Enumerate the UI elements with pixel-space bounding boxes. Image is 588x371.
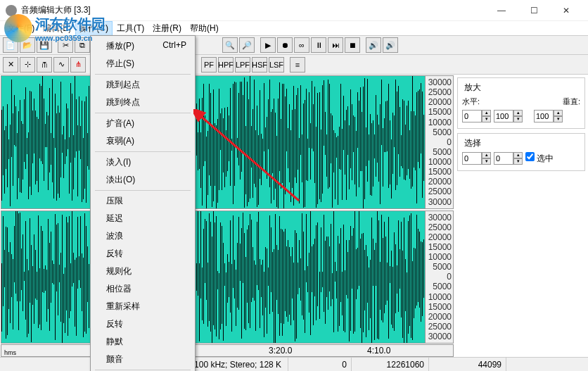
select-group: 选择 ▴▾ ▴▾ 选中 xyxy=(457,133,585,171)
spin-down[interactable]: ▾ xyxy=(554,116,563,122)
fx1-button[interactable]: ✕ xyxy=(3,57,18,73)
menu-normalize[interactable]: 规则化 xyxy=(92,263,193,280)
eq-button[interactable]: ≡ xyxy=(290,57,305,73)
time-ruler[interactable]: hms 2:30.0 3:20.0 4:10.0 xyxy=(1,344,454,357)
menu-help[interactable]: 帮助(H) xyxy=(186,21,223,36)
menu-delay[interactable]: 延迟 xyxy=(92,210,193,227)
amplitude-scale-left: 3000025000200001500010000500005000100001… xyxy=(425,76,453,208)
status-pos-c: 44099 xyxy=(429,358,506,371)
menu-fade-in[interactable]: 淡入(I) xyxy=(92,153,193,171)
new-button[interactable]: 📄 xyxy=(3,37,18,53)
spin-down[interactable]: ▾ xyxy=(513,116,523,122)
menu-silence[interactable]: 静默 xyxy=(92,333,193,351)
open-button[interactable]: 📂 xyxy=(20,37,35,53)
menu-file[interactable]: 文件(F) xyxy=(3,21,39,36)
copy-button[interactable]: ⧉ xyxy=(75,37,90,53)
menu-phaser[interactable]: 相位器 xyxy=(92,280,193,298)
spin-down[interactable]: ▾ xyxy=(482,158,491,165)
menu-invert[interactable]: 反转 xyxy=(92,245,193,263)
select-end-input[interactable] xyxy=(494,152,513,165)
spin-down[interactable]: ▾ xyxy=(513,158,523,165)
menu-vibrato[interactable]: 颤音 xyxy=(92,351,193,368)
menu-play[interactable]: 播放(P)Ctrl+P xyxy=(92,37,193,55)
time-tick: 4:10.0 xyxy=(367,346,390,356)
spin-up[interactable]: ▴ xyxy=(482,152,491,158)
vert-label: 垂直: xyxy=(563,96,580,107)
fx2-button[interactable]: ⊹ xyxy=(20,57,35,73)
toolbar-effects: ✕ ⊹ ⫚ ∿ ⋔ PF HPF LPF HSF LSF ≡ xyxy=(0,55,588,75)
spin-up[interactable]: ▴ xyxy=(513,110,523,116)
menu-limit[interactable]: 压限 xyxy=(92,192,193,210)
maximize-button[interactable]: ☐ xyxy=(518,0,550,21)
spin-up[interactable]: ▴ xyxy=(513,152,523,158)
menu-tool[interactable]: 工具(T) xyxy=(113,21,148,36)
status-pos-a: 0 xyxy=(288,358,352,371)
play-button[interactable]: ▶ xyxy=(260,37,276,53)
select-start-input[interactable] xyxy=(462,152,482,165)
menubar: 文件(F) 编辑(E) 操作(C) 工具(T) 注册(R) 帮助(H) xyxy=(0,21,588,35)
vert-input[interactable] xyxy=(534,110,554,122)
operate-dropdown: 播放(P)Ctrl+P 停止(S) 跳到起点 跳到终点 扩音(A) 衰弱(A) … xyxy=(90,35,196,371)
record-button[interactable]: ⏺ xyxy=(277,37,293,53)
menu-stop[interactable]: 停止(S) xyxy=(92,55,193,73)
waveform-right-channel[interactable]: 3000025000200001500010000500005000100001… xyxy=(1,210,454,344)
select-checkbox[interactable] xyxy=(525,152,535,161)
zoom-group: 放大 水平: 垂直: ▴▾ ▴▾ ▴▾ xyxy=(457,77,585,129)
filter-hsf[interactable]: HSF xyxy=(252,57,267,73)
horiz-end-input[interactable] xyxy=(494,110,513,122)
select-title: 选择 xyxy=(462,137,483,149)
filter-pf[interactable]: PF xyxy=(201,57,217,73)
fx3-button[interactable]: ⫚ xyxy=(37,57,52,73)
app-icon xyxy=(6,5,17,16)
waveform-area: smpl 30000250002000015000100005000050001… xyxy=(0,75,454,357)
menu-resample[interactable]: 重新采样 xyxy=(92,298,193,315)
status-pos-b: 12261060 xyxy=(352,358,429,371)
statusbar: layer-3; 44,100 kHz; Stereo; 128 K 0 122… xyxy=(0,357,588,371)
menu-register[interactable]: 注册(R) xyxy=(148,21,186,36)
horiz-start-input[interactable] xyxy=(462,110,482,122)
pause-button[interactable]: ⏸ xyxy=(311,37,326,53)
select-chk-label: 选中 xyxy=(537,153,554,163)
menu-fade-out[interactable]: 淡出(O) xyxy=(92,171,193,189)
loop-button[interactable]: ∞ xyxy=(294,37,309,53)
cut-button[interactable]: ✂ xyxy=(58,37,73,53)
spin-down[interactable]: ▾ xyxy=(482,116,491,122)
close-button[interactable]: ✕ xyxy=(550,0,582,21)
fx4-button[interactable]: ∿ xyxy=(53,57,69,73)
amplitude-scale-right: 3000025000200001500010000500005000100001… xyxy=(425,211,453,344)
time-tick: 3:20.0 xyxy=(269,346,292,356)
window-title: 音频编辑大师 [3.3] xyxy=(21,4,485,16)
menu-jump-start[interactable]: 跳到起点 xyxy=(92,76,193,94)
step-button[interactable]: ⏭ xyxy=(328,37,343,53)
filter-lpf[interactable]: LPF xyxy=(235,57,250,73)
titlebar: 音频编辑大师 [3.3] — ☐ ✕ xyxy=(0,0,588,21)
side-panel: 放大 水平: 垂直: ▴▾ ▴▾ ▴▾ 选择 ▴▾ ▴▾ 选中 xyxy=(454,75,588,357)
fx5-button[interactable]: ⋔ xyxy=(70,57,86,73)
toolbar-main: 📄 📂 💾 ✂ ⧉ 📋 🔍 🔎 ▶ ⏺ ∞ ⏸ ⏭ ⏹ 🔊 🔊 xyxy=(0,35,588,55)
menu-jump-end[interactable]: 跳到终点 xyxy=(92,94,193,111)
save-button[interactable]: 💾 xyxy=(37,37,52,53)
menu-edit[interactable]: 编辑(E) xyxy=(39,21,75,36)
menu-amplify[interactable]: 扩音(A) xyxy=(92,115,193,132)
menu-attenuate[interactable]: 衰弱(A) xyxy=(92,132,193,150)
menu-reverse[interactable]: 反转 xyxy=(92,315,193,333)
zoom-in-button[interactable]: 🔍 xyxy=(222,37,238,53)
speaker-right-button[interactable]: 🔊 xyxy=(383,37,398,53)
spin-up[interactable]: ▴ xyxy=(482,110,491,116)
filter-hpf[interactable]: HPF xyxy=(218,57,234,73)
menu-operate[interactable]: 操作(C) xyxy=(75,21,113,36)
filter-lsf[interactable]: LSF xyxy=(269,57,284,73)
menu-wave[interactable]: 波浪 xyxy=(92,227,193,245)
stop-button[interactable]: ⏹ xyxy=(345,37,360,53)
speaker-left-button[interactable]: 🔊 xyxy=(366,37,381,53)
zoom-title: 放大 xyxy=(462,82,483,94)
spin-up[interactable]: ▴ xyxy=(554,110,563,116)
zoom-out-button[interactable]: 🔎 xyxy=(239,37,255,53)
minimize-button[interactable]: — xyxy=(485,0,518,21)
waveform-left-channel[interactable]: 3000025000200001500010000500005000100001… xyxy=(1,75,454,209)
horiz-label: 水平: xyxy=(462,96,480,107)
time-unit: hms xyxy=(4,349,16,356)
